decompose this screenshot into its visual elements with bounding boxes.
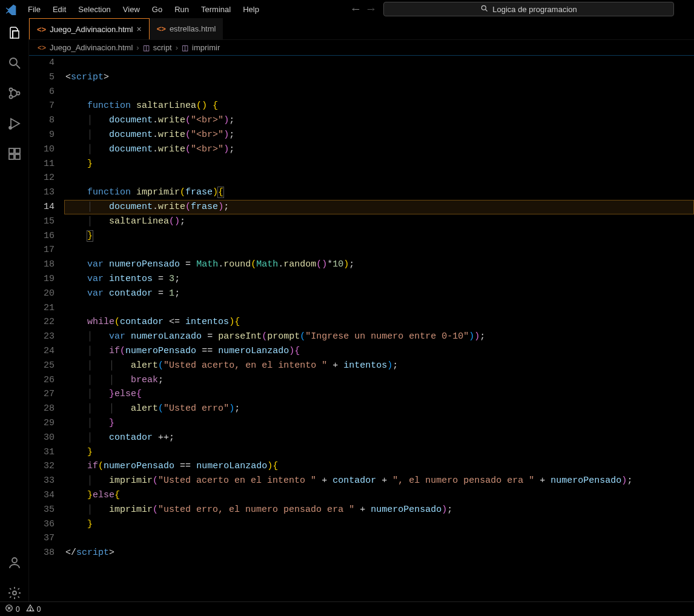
error-icon bbox=[5, 604, 13, 614]
chevron-right-icon: › bbox=[136, 43, 139, 52]
command-center-search[interactable]: Logica de programacion bbox=[383, 2, 674, 16]
menu-terminal[interactable]: Terminal bbox=[196, 2, 236, 16]
chevron-right-icon: › bbox=[176, 43, 178, 52]
menu-help[interactable]: Help bbox=[238, 2, 264, 16]
breadcrumb-file[interactable]: Juego_Adivinacion.html bbox=[50, 43, 133, 52]
menu-view[interactable]: View bbox=[118, 2, 145, 16]
run-debug-icon[interactable] bbox=[6, 115, 23, 132]
status-warnings[interactable]: 0 bbox=[26, 604, 41, 614]
html-file-icon: <> bbox=[37, 25, 46, 34]
tab-label: Juego_Adivinacion.html bbox=[50, 25, 133, 34]
warning-icon bbox=[26, 604, 35, 614]
vscode-logo-icon bbox=[5, 3, 17, 15]
nav-forward-icon: 🡒 bbox=[367, 5, 375, 14]
svg-line-3 bbox=[16, 65, 20, 68]
status-bar: 0 0 bbox=[0, 601, 694, 616]
svg-point-13 bbox=[13, 591, 16, 595]
explorer-icon[interactable] bbox=[6, 24, 23, 41]
tab-estrellas[interactable]: <> estrellas.html bbox=[150, 18, 224, 39]
nav-arrows: 🡐 🡒 bbox=[346, 5, 381, 14]
html-file-icon: <> bbox=[157, 24, 166, 33]
status-errors[interactable]: 0 bbox=[5, 604, 20, 614]
svg-line-1 bbox=[486, 9, 487, 11]
breadcrumb-scope[interactable]: imprimir bbox=[192, 43, 220, 52]
menu-run[interactable]: Run bbox=[170, 2, 194, 16]
menu-go[interactable]: Go bbox=[147, 2, 167, 16]
svg-point-18 bbox=[30, 609, 30, 610]
code-editor[interactable]: 4567891011121314151617181920212223242526… bbox=[29, 56, 694, 601]
svg-point-0 bbox=[482, 5, 486, 10]
error-count: 0 bbox=[16, 605, 20, 614]
settings-gear-icon[interactable] bbox=[6, 585, 23, 601]
tab-bar: <> Juego_Adivinacion.html × <> estrellas… bbox=[29, 18, 694, 40]
search-sidebar-icon[interactable] bbox=[6, 55, 23, 71]
svg-point-7 bbox=[9, 127, 12, 129]
svg-rect-11 bbox=[15, 148, 20, 153]
editor-area: <> Juego_Adivinacion.html × <> estrellas… bbox=[29, 18, 694, 601]
breadcrumbs[interactable]: <> Juego_Adivinacion.html › ◫ script › ◫… bbox=[29, 40, 694, 56]
menu-selection[interactable]: Selection bbox=[73, 2, 115, 16]
svg-point-5 bbox=[9, 96, 12, 99]
svg-rect-9 bbox=[9, 154, 14, 159]
activity-bar bbox=[0, 18, 29, 601]
svg-point-12 bbox=[12, 558, 17, 563]
svg-rect-8 bbox=[9, 148, 14, 153]
code-content[interactable]: <script> function saltarLinea() { │ docu… bbox=[65, 56, 694, 601]
svg-point-4 bbox=[9, 88, 12, 91]
search-icon bbox=[480, 4, 489, 15]
nav-back-icon[interactable]: 🡐 bbox=[352, 5, 360, 14]
svg-point-2 bbox=[10, 58, 17, 65]
extensions-icon[interactable] bbox=[6, 145, 23, 162]
breadcrumb-scope[interactable]: script bbox=[153, 43, 172, 52]
symbol-icon: ◫ bbox=[143, 44, 150, 52]
html-file-icon: <> bbox=[38, 44, 46, 52]
svg-point-6 bbox=[16, 92, 19, 95]
svg-rect-10 bbox=[15, 154, 20, 159]
source-control-icon[interactable] bbox=[6, 85, 23, 102]
line-gutter: 4567891011121314151617181920212223242526… bbox=[29, 56, 65, 601]
symbol-icon: ◫ bbox=[182, 44, 188, 52]
warning-count: 0 bbox=[37, 605, 41, 614]
menubar: File Edit Selection View Go Run Terminal… bbox=[0, 0, 694, 18]
menu-edit[interactable]: Edit bbox=[48, 2, 71, 16]
close-tab-icon[interactable]: × bbox=[137, 24, 142, 34]
menu-file[interactable]: File bbox=[23, 2, 45, 16]
search-text: Logica de programacion bbox=[492, 5, 577, 14]
tab-juego-adivinacion[interactable]: <> Juego_Adivinacion.html × bbox=[29, 18, 150, 39]
accounts-icon[interactable] bbox=[6, 554, 23, 571]
tab-label: estrellas.html bbox=[170, 24, 216, 33]
